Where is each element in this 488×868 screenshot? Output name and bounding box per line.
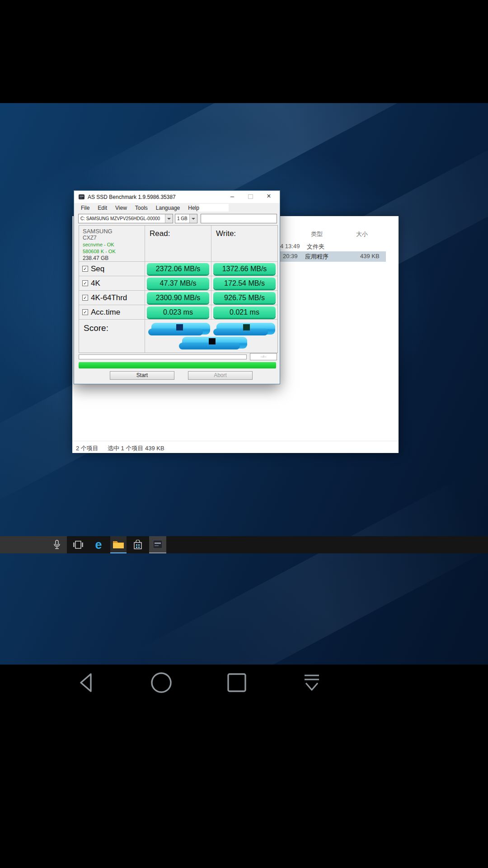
nav-recents-button[interactable] xyxy=(225,671,249,694)
4k64-write-value: 926.75 MB/s xyxy=(213,292,276,303)
maximize-button[interactable] xyxy=(244,191,257,203)
menu-view[interactable]: View xyxy=(111,205,131,211)
test-row-4k64: ✓ 4K-64Thrd xyxy=(79,291,145,305)
test-row-acctime: ✓ Acc.time xyxy=(79,305,145,320)
as-ssd-app-icon xyxy=(152,539,163,550)
file-row-size: 439 KB xyxy=(360,253,380,259)
test-size-select[interactable]: 1 GB xyxy=(175,214,197,223)
file-row-type[interactable]: 应用程序 xyxy=(305,253,328,261)
menu-edit[interactable]: Edit xyxy=(94,205,111,211)
4k64-read-value: 2300.90 MB/s xyxy=(147,292,209,303)
menu-bar: File Edit View Tools Language Help xyxy=(77,203,203,212)
chevron-down-icon[interactable] xyxy=(165,214,173,223)
score-progress-area xyxy=(145,320,277,353)
test-label: 4K xyxy=(91,279,100,288)
4k-write-value: 172.54 MB/s xyxy=(213,278,276,289)
4k-read-cell: 47.37 MB/s xyxy=(145,276,211,291)
nav-home-button[interactable] xyxy=(150,671,173,694)
test-row-seq: ✓ Seq xyxy=(79,262,145,276)
file-row-date: 20:39 xyxy=(283,253,298,259)
drive-capacity: 238.47 GB xyxy=(83,255,141,262)
chevron-down-icon[interactable] xyxy=(189,214,197,223)
seq-write-cell: 1372.66 MB/s xyxy=(211,262,277,276)
edge-icon: e xyxy=(95,539,102,551)
menu-highlight-box xyxy=(199,204,229,212)
app-disk-icon xyxy=(78,193,85,200)
microphone-icon[interactable] xyxy=(52,540,61,550)
store-bag-icon xyxy=(133,540,142,550)
test-label: 4K-64Thrd xyxy=(91,293,127,302)
as-ssd-taskbar-button[interactable] xyxy=(149,536,166,553)
benchmark-results-grid: SAMSUNG CXZ7 secnvme - OK 580608 K - OK … xyxy=(79,225,278,353)
nav-back-button[interactable] xyxy=(75,671,99,694)
alignment-status: 580608 K - OK xyxy=(83,248,141,255)
phone-screen: 类型 大小 4 13:49 文件夹 20:39 应用程序 439 KB 2 个项… xyxy=(0,0,488,868)
minimize-button[interactable]: – xyxy=(225,191,239,203)
write-progress-marker xyxy=(243,324,250,330)
nav-pulldown-button[interactable] xyxy=(300,671,324,694)
task-view-icon xyxy=(73,540,84,549)
toolbar-empty-field xyxy=(201,214,277,223)
4k-write-cell: 172.54 MB/s xyxy=(211,276,277,291)
read-column-header: Read: xyxy=(145,226,211,262)
bottom-letterbox xyxy=(0,665,488,868)
read-progress-marker xyxy=(176,324,183,330)
test-label: Seq xyxy=(91,264,104,274)
progress-counter-box: --/-- xyxy=(250,353,277,360)
test-label: Acc.time xyxy=(91,308,120,317)
acctime-write-value: 0.021 ms xyxy=(213,307,276,318)
task-view-button[interactable] xyxy=(70,536,86,553)
acctime-read-value: 0.023 ms xyxy=(147,307,209,318)
4k-read-value: 47.37 MB/s xyxy=(147,278,209,289)
score-label: Score: xyxy=(79,320,145,353)
seq-write-value: 1372.66 MB/s xyxy=(213,263,276,274)
start-button[interactable]: Start xyxy=(110,371,174,380)
file-row-date: 4 13:49 xyxy=(280,243,300,250)
seq-checkbox[interactable]: ✓ xyxy=(82,266,88,272)
seq-read-cell: 2372.06 MB/s xyxy=(145,262,211,276)
4k64-write-cell: 926.75 MB/s xyxy=(211,291,277,305)
acctime-write-cell: 0.021 ms xyxy=(211,305,277,320)
explorer-status-bar: 2 个项目 选中 1 个项目 439 KB xyxy=(72,441,399,453)
microsoft-store-button[interactable] xyxy=(130,536,145,553)
windows-taskbar: e xyxy=(0,536,488,553)
acctime-checkbox[interactable]: ✓ xyxy=(82,309,88,315)
menu-tools[interactable]: Tools xyxy=(131,205,152,211)
4k64-read-cell: 2300.90 MB/s xyxy=(145,291,211,305)
column-header-type[interactable]: 类型 xyxy=(311,230,323,238)
close-button[interactable]: × xyxy=(261,191,277,203)
test-progress-track xyxy=(79,354,247,359)
drive-select[interactable]: C: SAMSUNG MZVPV256HDGL-00000 xyxy=(78,214,173,223)
taskbar-search-box[interactable] xyxy=(0,536,67,553)
drive-info-panel: SAMSUNG CXZ7 secnvme - OK 580608 K - OK … xyxy=(79,226,145,262)
file-explorer-button[interactable] xyxy=(110,536,127,553)
top-letterbox xyxy=(0,0,488,103)
maximize-icon xyxy=(248,194,253,199)
drive-vendor: SAMSUNG xyxy=(83,228,141,235)
overall-progress-bar xyxy=(79,362,276,368)
seq-read-value: 2372.06 MB/s xyxy=(147,263,209,274)
4k64-checkbox[interactable]: ✓ xyxy=(82,295,88,301)
edge-browser-button[interactable]: e xyxy=(90,536,107,553)
menu-language[interactable]: Language xyxy=(152,205,184,211)
window-title: AS SSD Benchmark 1.9.5986.35387 xyxy=(88,194,176,200)
status-selected-info: 选中 1 个项目 439 KB xyxy=(108,444,164,453)
test-size-value: 1 GB xyxy=(177,216,188,221)
title-bar[interactable]: AS SSD Benchmark 1.9.5986.35387 – × xyxy=(74,191,280,203)
column-header-size[interactable]: 大小 xyxy=(356,230,368,238)
4k-checkbox[interactable]: ✓ xyxy=(82,280,88,286)
total-progress-marker xyxy=(209,338,216,344)
acctime-read-cell: 0.023 ms xyxy=(145,305,211,320)
abort-button[interactable]: Abort xyxy=(188,371,253,380)
as-ssd-benchmark-window: AS SSD Benchmark 1.9.5986.35387 – × File… xyxy=(74,190,280,384)
status-item-count: 2 个项目 xyxy=(76,444,99,453)
menu-file[interactable]: File xyxy=(77,205,94,211)
folder-icon xyxy=(113,540,124,549)
drive-select-value: C: SAMSUNG MZVPV256HDGL-00000 xyxy=(80,216,160,221)
file-row-type[interactable]: 文件夹 xyxy=(307,243,324,251)
drive-model: CXZ7 xyxy=(83,235,141,241)
wallpaper-light-beam xyxy=(135,477,488,665)
test-row-4k: ✓ 4K xyxy=(79,276,145,291)
driver-status: secnvme - OK xyxy=(83,241,141,248)
write-column-header: Write: xyxy=(211,226,277,262)
